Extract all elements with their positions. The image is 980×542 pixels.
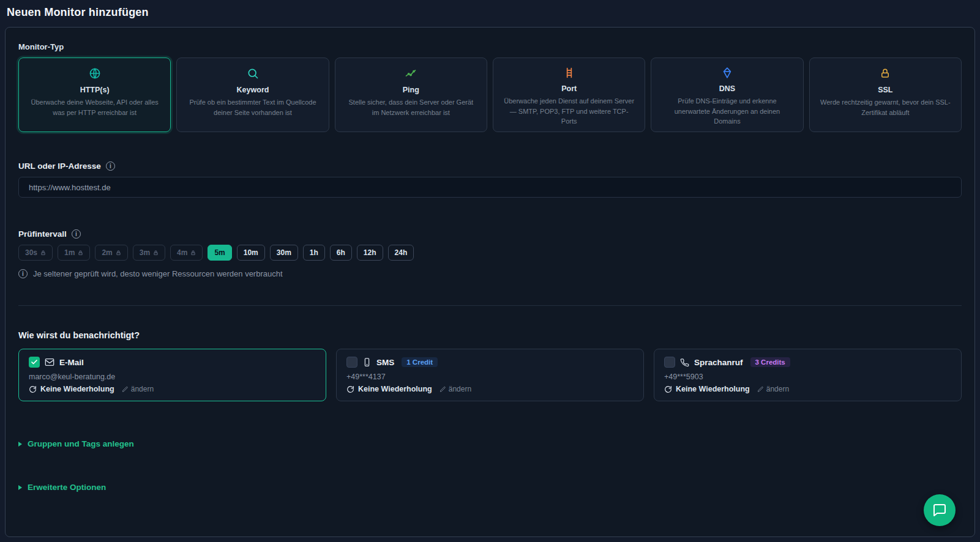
interval-option-2m[interactable]: 2m (95, 245, 127, 261)
interval-hint-text: Je seltener geprüft wird, desto weniger … (33, 269, 283, 278)
type-card-description: Überwache jeden Dienst auf deinem Server… (503, 96, 635, 127)
interval-option-label: 1m (64, 248, 75, 257)
lock-icon (78, 250, 83, 256)
monitor-type-grid: HTTP(s) Überwache deine Webseite, API od… (18, 58, 962, 132)
diamond-icon (721, 67, 733, 79)
interval-label: Prüfintervall (18, 229, 67, 239)
change-repeat-link[interactable]: ändern (122, 385, 154, 393)
interval-option-label: 30m (277, 248, 291, 257)
port-icon (563, 67, 575, 79)
type-card-ssl[interactable]: SSL Werde rechtzeitig gewarnt, bevor dei… (809, 58, 962, 132)
channel-repeat-text: Keine Wiederholung (40, 385, 114, 393)
channel-detail: marco@keul-beratung.de (29, 373, 316, 381)
interval-option-5m[interactable]: 5m (208, 245, 231, 261)
url-label: URL oder IP-Adresse (18, 161, 101, 171)
type-card-ping[interactable]: Ping Stelle sicher, dass dein Server ode… (335, 58, 487, 132)
page-title: Neuen Monitor hinzufügen (7, 6, 149, 19)
type-card-title: Port (561, 84, 577, 93)
interval-option-label: 2m (102, 248, 112, 257)
channel-head: SMS 1 Credit (346, 357, 634, 368)
change-repeat-link[interactable]: ändern (440, 385, 471, 393)
email-checkbox[interactable] (29, 357, 40, 368)
refresh-icon (664, 385, 672, 393)
interval-option-label: 12h (364, 248, 376, 257)
pencil-icon (757, 386, 764, 393)
lock-icon (880, 67, 891, 80)
channel-title: Sprachanruf (694, 358, 743, 367)
channel-repeat-text: Keine Wiederholung (358, 385, 432, 393)
credit-badge: 3 Credits (750, 357, 790, 367)
check-icon (31, 358, 38, 366)
sms-checkbox[interactable] (346, 357, 357, 368)
channel-head: E-Mail (29, 357, 316, 368)
channel-repeat-row: Keine Wiederholung ändern (346, 385, 634, 393)
interval-options: 30s 1m 2m 3m 4m 5m 10m 30m 1h (18, 245, 962, 261)
refresh-icon (346, 385, 354, 393)
interval-option-4m[interactable]: 4m (170, 245, 203, 261)
channel-repeat-text: Keine Wiederholung (676, 385, 750, 393)
interval-option-10m[interactable]: 10m (237, 245, 265, 261)
channel-head: Sprachanruf 3 Credits (664, 357, 951, 368)
interval-option-label: 10m (244, 248, 258, 257)
change-label: ändern (449, 385, 471, 393)
type-card-description: Prüfe DNS-Einträge und erkenne unerwarte… (661, 96, 793, 127)
interval-option-12h[interactable]: 12h (357, 245, 383, 261)
interval-option-1h[interactable]: 1h (303, 245, 325, 261)
collapsible-label: Erweiterte Optionen (28, 483, 106, 492)
type-card-description: Überwache deine Webseite, API oder alles… (29, 97, 160, 117)
url-label-row: URL oder IP-Adresse i (18, 161, 962, 171)
url-input[interactable] (18, 177, 962, 198)
interval-option-6h[interactable]: 6h (330, 245, 352, 261)
notification-channels: E-Mail marco@keul-beratung.de Keine Wied… (18, 349, 962, 401)
monitor-type-label: Monitor-Typ (18, 42, 962, 51)
type-card-title: Ping (403, 86, 419, 94)
lock-icon (153, 250, 159, 256)
type-card-title: SSL (878, 86, 892, 94)
credit-badge: 1 Credit (402, 357, 438, 367)
type-card-dns[interactable]: DNS Prüfe DNS-Einträge und erkenne unerw… (651, 58, 803, 132)
notifications-heading: Wie wirst du benachrichtigt? (18, 330, 962, 340)
interval-option-1m[interactable]: 1m (58, 245, 90, 261)
interval-option-24h[interactable]: 24h (388, 245, 414, 261)
info-icon[interactable]: i (106, 161, 115, 171)
section-divider (18, 305, 962, 306)
interval-option-3m[interactable]: 3m (133, 245, 165, 261)
mobile-icon (362, 357, 372, 367)
type-card-description: Stelle sicher, dass dein Server oder Ger… (345, 97, 477, 117)
type-card-https[interactable]: HTTP(s) Überwache deine Webseite, API od… (18, 58, 171, 132)
type-card-description: Prüfe ob ein bestimmter Text im Quellcod… (187, 97, 318, 117)
globe-icon (89, 67, 101, 80)
channel-card-email[interactable]: E-Mail marco@keul-beratung.de Keine Wied… (18, 349, 326, 401)
pulse-icon (404, 67, 417, 80)
change-repeat-link[interactable]: ändern (757, 385, 789, 393)
voice-checkbox[interactable] (664, 357, 675, 368)
collapsible-advanced-options[interactable]: Erweiterte Optionen (18, 483, 106, 492)
interval-option-label: 30s (25, 248, 37, 257)
collapsible-groups-tags[interactable]: Gruppen und Tags anlegen (18, 439, 134, 448)
interval-option-30s[interactable]: 30s (18, 245, 53, 261)
type-card-keyword[interactable]: Keyword Prüfe ob ein bestimmter Text im … (176, 58, 329, 132)
lock-icon (116, 250, 121, 256)
chat-bubble-icon (932, 503, 947, 518)
phone-icon (680, 358, 689, 367)
channel-repeat-row: Keine Wiederholung ändern (29, 385, 316, 393)
change-label: ändern (131, 385, 154, 393)
info-icon[interactable]: i (72, 229, 81, 239)
channel-detail: +49***4137 (346, 373, 634, 381)
pencil-icon (122, 386, 129, 393)
channel-card-sms[interactable]: SMS 1 Credit +49***4137 Keine Wiederholu… (336, 349, 644, 401)
type-card-title: HTTP(s) (80, 86, 110, 94)
type-card-title: Keyword (237, 86, 269, 94)
channel-card-voice[interactable]: Sprachanruf 3 Credits +49***5903 Keine W… (654, 349, 962, 401)
chat-button[interactable] (924, 494, 956, 526)
type-card-title: DNS (719, 84, 735, 93)
type-card-port[interactable]: Port Überwache jeden Dienst auf deinem S… (493, 58, 645, 132)
info-icon: i (18, 269, 28, 278)
search-icon (247, 67, 259, 80)
interval-option-label: 3m (140, 248, 150, 257)
interval-option-label: 1h (310, 248, 318, 257)
interval-option-30m[interactable]: 30m (270, 245, 298, 261)
channel-title: E-Mail (59, 358, 84, 367)
lock-icon (190, 250, 196, 256)
interval-option-label: 5m (214, 248, 225, 257)
